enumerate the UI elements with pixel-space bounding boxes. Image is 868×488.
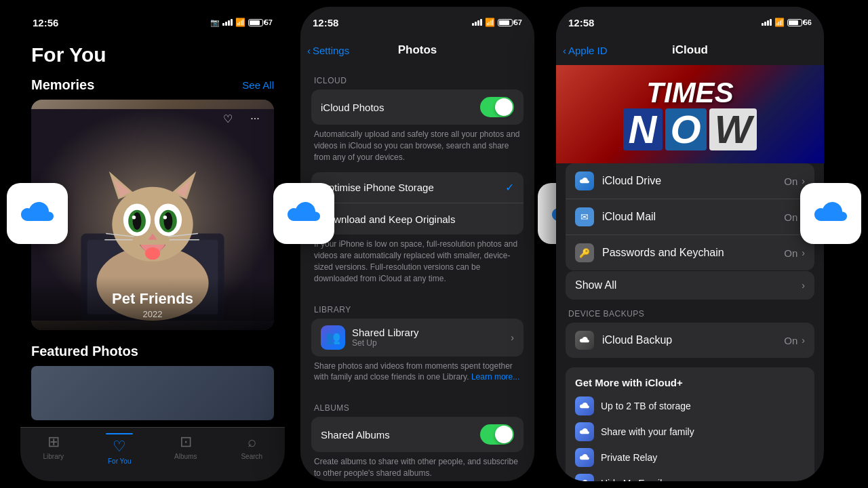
icloud-nav-bar: ‹ Apple ID iCloud <box>556 35 824 65</box>
passwords-label: Passwords and Keychain <box>602 247 784 259</box>
download-label: Download and Keep Originals <box>321 214 514 225</box>
optimise-row[interactable]: Optimise iPhone Storage ✓ <box>311 172 524 203</box>
chevron-left-icon-2: ‹ <box>563 45 566 56</box>
icloud-photos-desc: Automatically upload and safely store al… <box>311 125 524 172</box>
chevron-right-icon: › <box>511 332 514 343</box>
wifi-icon-1: 📶 <box>235 18 245 27</box>
photos-nav-bar: ‹ Settings Photos <box>300 35 534 65</box>
storage-icon <box>575 396 594 415</box>
status-icons-3: 📶 56 <box>762 18 812 27</box>
hidemail-icon <box>575 474 594 481</box>
photos-content: For You Memories See All <box>20 35 285 481</box>
icloud-apps-group: iCloud Drive On › ✉ iCloud Mail On › 🔑 P… <box>566 163 814 270</box>
shared-library-title: Shared Library <box>352 327 511 338</box>
icloud-drive-status: On <box>784 176 797 187</box>
icloud-back-button[interactable]: ‹ Apple ID <box>563 45 608 56</box>
tab-library-label: Library <box>43 453 64 460</box>
tab-bar: ⊞ Library ♡ For You ⊡ Albums ⌕ Search <box>20 427 285 481</box>
tab-library[interactable]: ⊞ Library <box>20 433 87 460</box>
now-n: N <box>623 108 663 150</box>
phone-photos-settings: 12:58 📶 57 ‹ Settings Photos <box>300 7 534 481</box>
tab-for-you-label: For You <box>108 458 131 465</box>
relay-item: Private Relay <box>575 448 805 467</box>
phone-photos: 12:56 📷 📶 57 For You Memories See All <box>20 7 285 481</box>
status-icons-1: 📷 📶 57 <box>210 18 273 27</box>
albums-section-label: Albums <box>311 392 524 417</box>
icloud-backup-label: iCloud Backup <box>602 334 784 346</box>
device-backups-label: Device Backups <box>566 300 814 323</box>
icloud-backup-row[interactable]: iCloud Backup On › <box>566 323 814 358</box>
shared-library-sub: Set Up <box>352 338 511 348</box>
tab-albums[interactable]: ⊡ Albums <box>153 433 219 460</box>
wifi-icon-2: 📶 <box>485 18 495 27</box>
show-all-row[interactable]: Show All › <box>566 271 814 300</box>
icloud-mail-row[interactable]: ✉ iCloud Mail On › <box>566 199 814 235</box>
shared-albums-toggle[interactable] <box>480 424 514 445</box>
svg-point-14 <box>164 212 173 230</box>
icloud-section-label: iCloud <box>311 65 524 89</box>
see-all-button[interactable]: See All <box>242 79 274 91</box>
camera-icon: 📷 <box>210 18 220 27</box>
status-bar-2: 12:58 📶 57 <box>300 7 534 35</box>
icloud-drive-label: iCloud Drive <box>602 175 784 187</box>
passwords-chevron: › <box>802 247 805 258</box>
icloud-photos-toggle[interactable] <box>480 97 514 117</box>
learn-more-link[interactable]: Learn more... <box>471 372 519 382</box>
library-section-label: Library <box>311 294 524 319</box>
more-button[interactable]: ··· <box>244 108 266 129</box>
memories-header: Memories See All <box>31 77 274 93</box>
shared-library-icon: 👥 <box>321 325 345 350</box>
back-button[interactable]: ‹ Settings <box>307 45 349 56</box>
passwords-row[interactable]: 🔑 Passwords and Keychain On › <box>566 235 814 270</box>
passwords-icon: 🔑 <box>575 243 594 262</box>
status-icons-2: 📶 57 <box>472 18 522 27</box>
icloud-backup-icon <box>575 331 594 350</box>
for-you-icon: ♡ <box>113 438 126 455</box>
icloud-floating-2 <box>273 183 334 244</box>
times-text: TIMES <box>623 79 757 107</box>
nav-title-photos: Photos <box>398 43 437 57</box>
family-item: Share with your family <box>575 422 805 441</box>
for-you-title: For You <box>31 43 274 66</box>
icloud-group: iCloud Photos <box>311 89 524 125</box>
icloud-backup-chevron: › <box>802 335 805 346</box>
heart-button[interactable]: ♡ <box>217 108 239 129</box>
optimise-label: Optimise iPhone Storage <box>321 182 505 193</box>
now-w: W <box>709 108 757 150</box>
icloud-floating-1 <box>7 183 68 244</box>
status-bar-1: 12:56 📷 📶 57 <box>20 7 285 35</box>
show-all-chevron: › <box>802 280 805 291</box>
memory-overlay: Pet Friends 2022 <box>31 277 274 330</box>
times-now-logo: TIMES N O W <box>623 79 757 150</box>
shared-library-row[interactable]: 👥 Shared Library Set Up › <box>311 319 524 357</box>
battery-3: 56 <box>787 18 812 26</box>
icloud-drive-row[interactable]: iCloud Drive On › <box>566 163 814 199</box>
time-2: 12:58 <box>313 17 338 28</box>
svg-point-16 <box>163 216 167 220</box>
tab-search-label: Search <box>241 453 262 460</box>
signal-bars-3 <box>762 19 772 26</box>
icloud-mail-icon: ✉ <box>575 207 594 226</box>
icloud-drive-chevron: › <box>802 176 805 186</box>
memory-title: Pet Friends <box>42 290 263 308</box>
shared-albums-row[interactable]: Shared Albums <box>311 417 524 452</box>
time-1: 12:56 <box>33 17 58 28</box>
family-icon <box>575 422 594 441</box>
shared-library-desc: Share photos and videos from moments spe… <box>311 357 524 393</box>
memory-year: 2022 <box>42 309 263 319</box>
tab-for-you[interactable]: ♡ For You <box>87 433 153 465</box>
download-desc: If your iPhone is low on space, full-res… <box>311 235 524 293</box>
relay-icon <box>575 448 594 467</box>
icloud-photos-row[interactable]: iCloud Photos <box>311 89 524 125</box>
search-icon: ⌕ <box>248 433 256 451</box>
tab-albums-label: Albums <box>174 453 197 460</box>
shared-albums-label: Shared Albums <box>321 429 480 441</box>
checkmark-icon: ✓ <box>505 181 514 194</box>
featured-title: Featured Photos <box>31 344 274 359</box>
download-row[interactable]: Download and Keep Originals <box>311 203 524 235</box>
icloud-photos-label: iCloud Photos <box>321 102 480 113</box>
memories-label: Memories <box>31 77 94 93</box>
tab-search[interactable]: ⌕ Search <box>219 433 285 460</box>
settings-content: ‹ Settings Photos iCloud iCloud Photos A <box>300 35 534 481</box>
storage-item: Up to 2 TB of storage <box>575 396 805 415</box>
